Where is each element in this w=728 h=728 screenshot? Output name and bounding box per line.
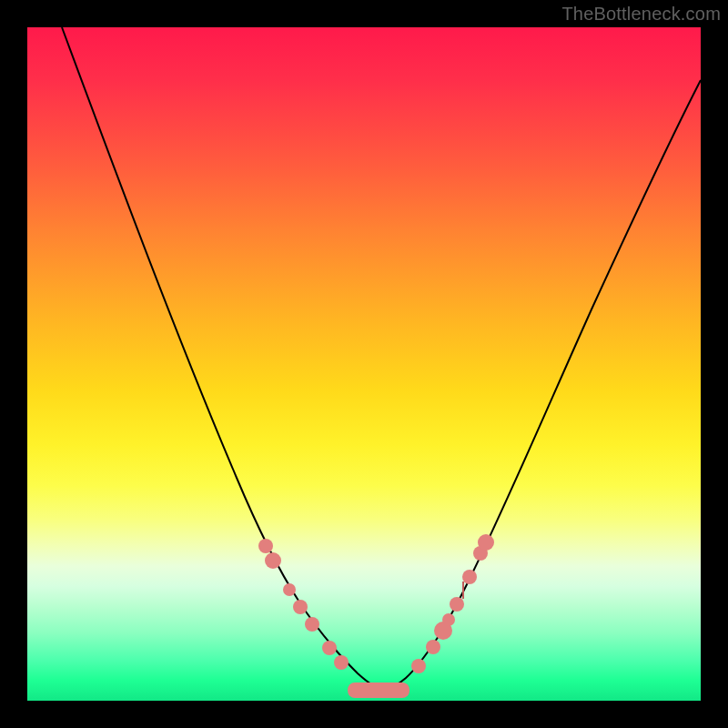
curve-line [62,27,701,689]
data-point [265,552,281,569]
data-point [305,617,319,632]
data-point [442,613,455,626]
markers-right [411,534,494,673]
data-point [426,640,440,654]
chart-svg [27,27,701,701]
markers-left [258,539,349,670]
data-point [322,641,337,655]
data-point [478,534,494,551]
data-point [258,539,273,553]
chart-area [27,27,701,701]
data-point [293,600,308,614]
data-point [462,570,477,584]
data-point [283,583,296,596]
flat-band-marker [348,682,410,698]
data-point [450,597,464,612]
data-point [334,655,349,670]
data-point [411,659,426,673]
watermark-text: TheBottleneck.com [561,4,721,25]
